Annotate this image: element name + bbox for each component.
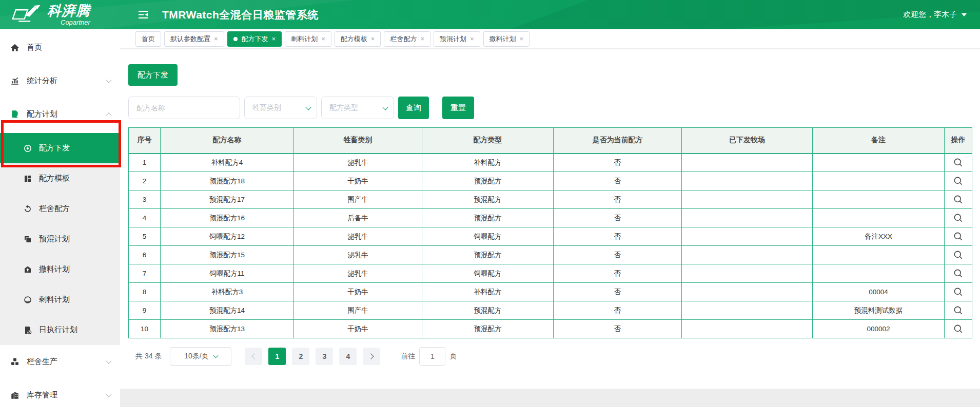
table-row: 3预混配方17围产牛预混配方否 bbox=[129, 190, 972, 209]
page-size-select[interactable]: 10条/页 bbox=[170, 347, 231, 366]
tab-home[interactable]: 首页 bbox=[135, 31, 161, 47]
prev-page-button[interactable] bbox=[245, 348, 262, 365]
main-content: 配方下发 牲畜类别 配方类型 查询 重置 序号 配方名称 bbox=[120, 49, 980, 420]
close-icon[interactable]: × bbox=[272, 35, 276, 42]
close-icon[interactable]: × bbox=[214, 35, 218, 42]
home-icon bbox=[10, 43, 19, 52]
col-seq: 序号 bbox=[129, 128, 161, 154]
sidebar-item-leftover-plan[interactable]: 剩料计划 bbox=[0, 284, 120, 315]
bar-chart-icon bbox=[10, 77, 19, 86]
view-magnifier-icon[interactable] bbox=[953, 232, 963, 241]
view-magnifier-icon[interactable] bbox=[953, 176, 963, 186]
table-row: 7饲喂配方11泌乳牛饲喂配方否 bbox=[129, 264, 972, 283]
sidebar-item-pen-production[interactable]: 栏舍生产 bbox=[0, 345, 120, 378]
close-icon[interactable]: × bbox=[321, 35, 325, 42]
table-row: 10预混配方13干奶牛预混配方否000002 bbox=[129, 320, 972, 338]
goto-page: 前往 页 bbox=[401, 347, 457, 366]
col-operation: 操作 bbox=[945, 128, 972, 154]
close-icon[interactable]: × bbox=[420, 35, 424, 42]
refresh-circle-icon bbox=[24, 205, 32, 213]
filter-bar: 牲畜类别 配方类型 查询 重置 bbox=[128, 97, 474, 119]
col-dispatched-farms: 已下发牧场 bbox=[682, 128, 813, 154]
chevron-down-icon bbox=[213, 353, 218, 358]
col-remark: 备注 bbox=[813, 128, 945, 154]
next-page-button[interactable] bbox=[363, 348, 380, 365]
close-icon[interactable]: × bbox=[470, 35, 474, 42]
template-icon bbox=[24, 175, 32, 183]
tab-default-params[interactable]: 默认参数配置 × bbox=[164, 31, 224, 47]
table-row: 9预混配方14围产牛预混配方否预混料测试数据 bbox=[129, 301, 972, 320]
col-recipe-name: 配方名称 bbox=[161, 128, 294, 154]
tab-premix-plan[interactable]: 预混计划 × bbox=[434, 31, 480, 47]
sidebar: 首页 统计分析 配方计划 配方下发 配方模板 栏舍配方 bbox=[0, 29, 120, 420]
view-magnifier-icon[interactable] bbox=[953, 195, 963, 204]
table-row: 8补料配方3干奶牛补料配方否00004 bbox=[129, 283, 972, 301]
sidebar-item-recipe-dispatch[interactable]: 配方下发 bbox=[0, 133, 120, 163]
tab-recipe-template[interactable]: 配方模板 × bbox=[335, 31, 381, 47]
top-header: 科湃腾 Copartner TMRWatch全混合日粮监管系统 欢迎您，李木子 bbox=[0, 0, 980, 29]
pager: 1 2 3 4 bbox=[245, 348, 386, 365]
view-magnifier-icon[interactable] bbox=[953, 250, 963, 260]
goto-suffix: 页 bbox=[449, 352, 457, 361]
chevron-down-icon bbox=[106, 358, 111, 364]
view-magnifier-icon[interactable] bbox=[953, 213, 963, 223]
footer-band bbox=[120, 389, 980, 407]
reset-button[interactable]: 重置 bbox=[442, 97, 474, 119]
page-button-3[interactable]: 3 bbox=[316, 348, 333, 365]
livestock-type-select[interactable]: 牲畜类别 bbox=[244, 97, 317, 119]
barn-arrow-icon bbox=[24, 265, 32, 274]
sidebar-item-scatter-plan[interactable]: 撒料计划 bbox=[0, 254, 120, 284]
tab-leftover-plan[interactable]: 剩料计划 × bbox=[285, 31, 331, 47]
close-icon[interactable]: × bbox=[520, 35, 524, 42]
sidebar-item-home[interactable]: 首页 bbox=[0, 31, 120, 64]
chevron-down-icon bbox=[382, 104, 388, 110]
half-circle-icon bbox=[24, 296, 32, 304]
collapse-menu-icon[interactable] bbox=[138, 10, 149, 20]
dispatch-recipe-button[interactable]: 配方下发 bbox=[128, 64, 178, 86]
search-button[interactable]: 查询 bbox=[398, 97, 429, 119]
page-button-2[interactable]: 2 bbox=[292, 348, 309, 365]
user-menu[interactable]: 欢迎您，李木子 bbox=[903, 10, 967, 20]
sidebar-item-recipe-plan[interactable]: 配方计划 bbox=[0, 98, 120, 131]
sidebar-item-pen-recipe[interactable]: 栏舍配方 bbox=[0, 194, 120, 224]
recipe-plan-submenu: 配方下发 配方模板 栏舍配方 预混计划 撒料计划 剩料计划 bbox=[0, 133, 120, 345]
view-magnifier-icon[interactable] bbox=[953, 287, 963, 297]
view-magnifier-icon[interactable] bbox=[953, 269, 963, 278]
view-magnifier-icon[interactable] bbox=[953, 324, 963, 334]
view-magnifier-icon[interactable] bbox=[953, 306, 963, 315]
building-icon bbox=[10, 391, 19, 400]
chevron-up-icon bbox=[106, 112, 111, 118]
table-header-row: 序号 配方名称 牲畜类别 配方类型 是否为当前配方 已下发牧场 备注 操作 bbox=[129, 128, 972, 154]
recipe-table: 序号 配方名称 牲畜类别 配方类型 是否为当前配方 已下发牧场 备注 操作 1补… bbox=[128, 127, 972, 338]
copy-squares-icon bbox=[24, 235, 32, 243]
sidebar-item-recipe-template[interactable]: 配方模板 bbox=[0, 163, 120, 194]
tab-pen-recipe[interactable]: 栏舍配方 × bbox=[384, 31, 430, 47]
chevron-down-icon bbox=[106, 77, 111, 83]
brand-logo: 科湃腾 Copartner bbox=[0, 4, 120, 26]
chevron-down-icon bbox=[106, 391, 111, 397]
sidebar-item-daily-exec-plan[interactable]: 日执行计划 bbox=[0, 315, 120, 345]
view-magnifier-icon[interactable] bbox=[953, 158, 963, 167]
welcome-text: 欢迎您，李木子 bbox=[903, 10, 957, 20]
close-icon[interactable]: × bbox=[371, 35, 375, 42]
table-row: 6预混配方15泌乳牛预混配方否 bbox=[129, 246, 972, 264]
table-row: 1补料配方4泌乳牛补料配方否 bbox=[129, 154, 972, 172]
active-dot-icon bbox=[233, 37, 238, 41]
table-row: 2预混配方18干奶牛预混配方否 bbox=[129, 172, 972, 190]
col-is-current: 是否为当前配方 bbox=[554, 128, 682, 154]
sidebar-item-statistics[interactable]: 统计分析 bbox=[0, 64, 120, 98]
sidebar-item-premix-plan[interactable]: 预混计划 bbox=[0, 224, 120, 254]
goto-page-input[interactable] bbox=[419, 347, 445, 366]
tab-scatter-plan[interactable]: 撒料计划 × bbox=[483, 31, 530, 47]
recipe-name-input[interactable] bbox=[128, 97, 240, 119]
table-row: 4预混配方16后备牛预混配方否 bbox=[129, 209, 972, 227]
total-count-text: 共 34 条 bbox=[135, 352, 162, 361]
page-button-4[interactable]: 4 bbox=[339, 348, 357, 365]
tab-recipe-dispatch[interactable]: 配方下发 × bbox=[227, 31, 282, 47]
tab-bar: 首页 默认参数配置 × 配方下发 × 剩料计划 × 配方模板 × 栏舍配方 × … bbox=[120, 29, 980, 49]
boxes-icon bbox=[10, 357, 19, 367]
chevron-right-icon bbox=[368, 353, 374, 359]
page-button-1[interactable]: 1 bbox=[268, 348, 286, 365]
sidebar-item-inventory[interactable]: 库存管理 bbox=[0, 378, 120, 412]
recipe-type-select[interactable]: 配方类型 bbox=[321, 97, 394, 119]
